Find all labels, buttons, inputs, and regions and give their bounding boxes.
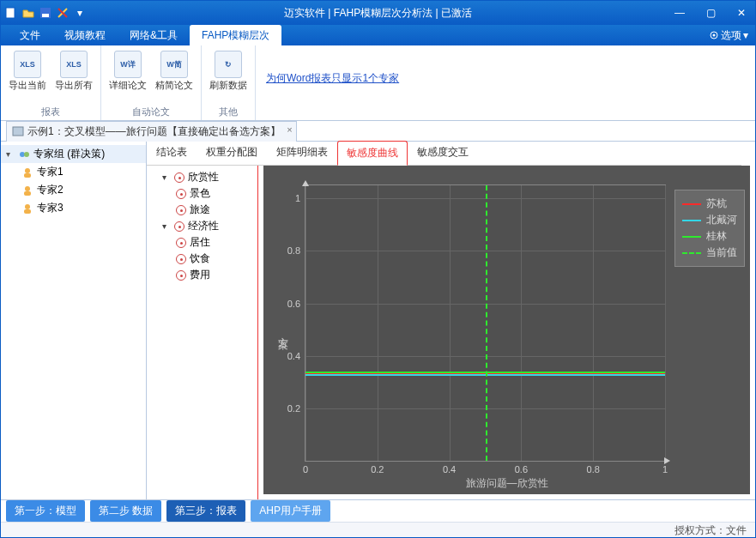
svg-point-4 [713, 34, 716, 37]
menu-network[interactable]: 网络&工具 [118, 25, 190, 46]
radio-icon [174, 221, 184, 232]
x-tick: 0.4 [443, 464, 456, 475]
refresh-button[interactable]: ↻刷新数据 [207, 49, 250, 91]
x-tick: 0 [303, 464, 308, 475]
refresh-icon: ↻ [215, 51, 242, 78]
document-tab[interactable]: 示例1：交叉模型——旅行问题【直接确定出备选方案】 × [6, 121, 297, 142]
legend-item: 桂林 [682, 228, 737, 245]
status-bar: 授权方式：文件 [1, 522, 755, 538]
tab-matrix-detail[interactable]: 矩阵明细表 [267, 140, 337, 165]
brief-paper-button[interactable]: W简精简论文 [153, 49, 196, 91]
svg-rect-0 [6, 8, 15, 18]
tab-weight-chart[interactable]: 权重分配图 [197, 140, 267, 165]
export-current-button[interactable]: XLS导出当前 [6, 49, 49, 91]
window-title: 迈实软件 | FAHP模糊层次分析法 | 已激活 [284, 6, 472, 21]
collapse-icon[interactable]: ▾ [162, 221, 171, 231]
license-mode-label: 授权方式：文件 [674, 523, 747, 538]
criteria-tree: ▾欣赏性 景色 旅途 ▾经济性 居住 饮食 费用 [147, 142, 258, 499]
y-tick: 0.8 [287, 245, 300, 256]
tab-sensitivity-interact[interactable]: 敏感度交互 [408, 140, 478, 165]
tree-expert-1[interactable]: 专家1 [1, 163, 146, 181]
step-data-button[interactable]: 第二步 数据 [90, 500, 161, 522]
options-label: 选项 [721, 28, 741, 43]
radio-icon [176, 270, 186, 281]
criteria-cost[interactable]: 费用 [150, 267, 254, 283]
y-tick: 0.6 [287, 299, 300, 309]
options-button[interactable]: 选项 ▾ [709, 28, 748, 43]
criteria-appreciation[interactable]: ▾欣赏性 [150, 169, 254, 185]
legend-swatch [682, 203, 701, 205]
radio-icon [176, 189, 186, 199]
series-当前值 [486, 185, 487, 461]
word-detail-icon: W详 [114, 51, 142, 78]
legend-item: 苏杭 [682, 196, 737, 212]
ribbon-group-label: 报表 [6, 104, 95, 118]
collapse-icon[interactable]: ▾ [6, 149, 15, 159]
criteria-food[interactable]: 饮食 [150, 251, 254, 267]
x-tick: 0.2 [371, 464, 384, 475]
step-bar: 第一步：模型 第二步 数据 第三步：报表 AHP用户手册 [1, 499, 755, 522]
svg-rect-9 [24, 173, 31, 178]
legend-item: 当前值 [682, 245, 737, 261]
ribbon: XLS导出当前 XLS导出所有 报表 W详详细论文 W简精简论文 自动论文 ↻刷… [1, 45, 755, 121]
word-brief-icon: W简 [160, 51, 188, 78]
x-tick: 0.8 [587, 464, 600, 475]
ribbon-group-report: XLS导出当前 XLS导出所有 报表 [1, 45, 101, 120]
new-icon[interactable] [4, 6, 18, 20]
tree-expert-2[interactable]: 专家2 [1, 181, 146, 199]
menu-file[interactable]: 文件 [8, 25, 52, 46]
user-icon [21, 203, 33, 215]
tab-conclusion[interactable]: 结论表 [147, 140, 197, 165]
x-tick: 0.6 [515, 464, 528, 475]
menu-fahp[interactable]: FAHP模糊层次 [190, 25, 281, 46]
menu-bar: 文件 视频教程 网络&工具 FAHP模糊层次 选项 ▾ [1, 25, 755, 45]
detail-paper-button[interactable]: W详详细论文 [106, 49, 149, 91]
ahp-manual-button[interactable]: AHP用户手册 [251, 500, 330, 522]
content-area: 结论表 权重分配图 矩阵明细表 敏感度曲线 敏感度交互 ▾欣赏性 景色 旅途 ▾… [147, 142, 755, 499]
close-button[interactable]: ✕ [731, 5, 752, 21]
tree-expert-3[interactable]: 专家3 [1, 199, 146, 217]
legend-swatch [682, 220, 701, 221]
document-tab-bar: 示例1：交叉模型——旅行问题【直接确定出备选方案】 × [1, 121, 755, 142]
plot-area: 00.20.40.60.810.20.40.60.81 [305, 184, 666, 462]
step-report-button[interactable]: 第三步：报表 [166, 500, 245, 522]
menu-video[interactable]: 视频教程 [52, 25, 118, 46]
sensitivity-chart[interactable]: 方案 旅游问题—欣赏性 00.20.40.60.810.20.40.60.81 … [263, 166, 750, 494]
title-bar: ▾ 迈实软件 | FAHP模糊层次分析法 | 已激活 — ▢ ✕ [1, 1, 755, 25]
tree-root[interactable]: ▾ 专家组 (群决策) [1, 145, 146, 163]
tab-sensitivity-curve[interactable]: 敏感度曲线 [337, 141, 408, 166]
tree-root-label: 专家组 (群决策) [33, 147, 105, 161]
criteria-journey[interactable]: 旅途 [150, 202, 254, 218]
criteria-scenery[interactable]: 景色 [150, 185, 254, 202]
criteria-living[interactable]: 居住 [150, 234, 254, 251]
word-report-help-link[interactable]: 为何Word报表只显示1个专家 [256, 45, 409, 120]
x-tick: 1 [662, 464, 668, 475]
radio-icon [176, 205, 186, 215]
legend: 苏杭 北戴河 桂林 当前值 [674, 190, 745, 267]
svg-point-8 [25, 168, 30, 173]
open-icon[interactable] [21, 6, 35, 20]
chevron-down-icon: ▾ [743, 29, 748, 41]
svg-point-10 [25, 186, 30, 191]
step-model-button[interactable]: 第一步：模型 [6, 500, 85, 522]
criteria-economy[interactable]: ▾经济性 [150, 218, 254, 234]
ribbon-group-label: 其他 [207, 104, 250, 118]
collapse-icon[interactable]: ▾ [162, 172, 171, 182]
work-area: ▾ 专家组 (群决策) 专家1 专家2 专家3 结论表 权重分配图 矩阵明细表 … [1, 142, 755, 499]
user-icon [21, 184, 33, 196]
maximize-button[interactable]: ▢ [700, 5, 721, 21]
svg-point-12 [25, 204, 30, 209]
minimize-button[interactable]: — [669, 5, 690, 21]
ribbon-group-other: ↻刷新数据 其他 [202, 45, 256, 120]
ribbon-group-paper: W详详细论文 W简精简论文 自动论文 [101, 45, 202, 120]
close-tab-icon[interactable]: × [287, 124, 292, 135]
ribbon-group-label: 自动论文 [106, 104, 196, 118]
svg-rect-2 [42, 14, 49, 17]
xls-icon: XLS [14, 51, 41, 78]
dropdown-icon[interactable]: ▾ [73, 6, 87, 20]
tools-icon[interactable] [56, 6, 70, 20]
export-all-button[interactable]: XLS导出所有 [52, 49, 95, 91]
titlebar-quick-icons: ▾ [4, 6, 87, 20]
chart-container: 方案 旅游问题—欣赏性 00.20.40.60.810.20.40.60.81 … [258, 142, 755, 499]
save-icon[interactable] [39, 6, 52, 20]
